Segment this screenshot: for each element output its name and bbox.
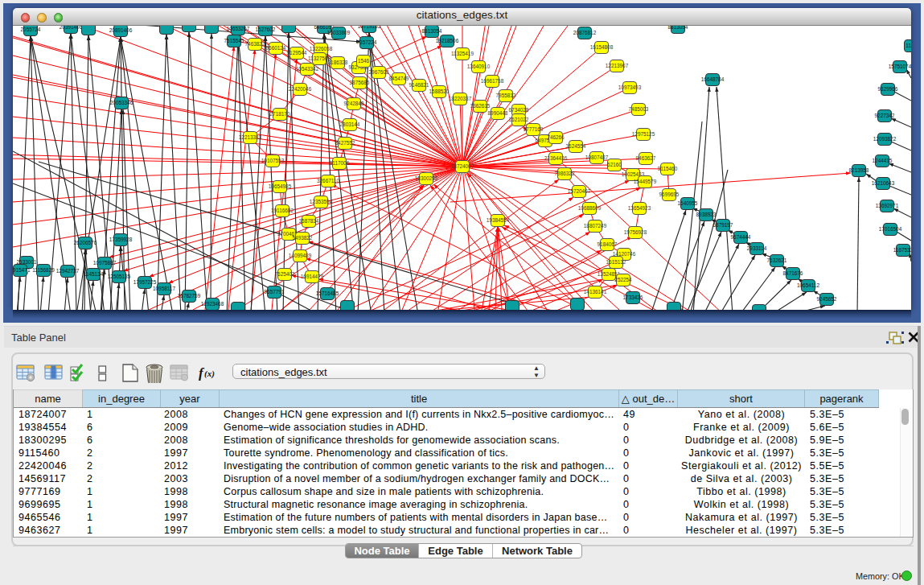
svg-text:8454749: 8454749 [389, 76, 409, 81]
svg-text:9146821: 9146821 [409, 82, 429, 88]
svg-text:7463822: 7463822 [245, 41, 265, 47]
svg-text:746266: 746266 [547, 134, 565, 140]
svg-text:19218506: 19218506 [436, 38, 459, 43]
svg-text:2055724: 2055724 [21, 27, 41, 32]
svg-text:7357224: 7357224 [357, 39, 377, 45]
svg-text:10719155: 10719155 [358, 26, 381, 29]
svg-text:9242848: 9242848 [344, 101, 364, 106]
svg-text:10653267: 10653267 [227, 26, 250, 31]
svg-text:9329966: 9329966 [878, 86, 898, 92]
svg-text:20391406: 20391406 [60, 26, 83, 30]
svg-text:1546: 1546 [358, 58, 370, 64]
svg-text:6734028: 6734028 [509, 107, 529, 113]
svg-text:9129544: 9129544 [287, 50, 307, 56]
svg-text:11325419: 11325419 [451, 51, 474, 56]
svg-text:16033809: 16033809 [327, 30, 351, 35]
svg-text:10807487: 10807487 [585, 154, 609, 160]
svg-text:12942737: 12942737 [56, 268, 80, 274]
svg-text:8213958: 8213958 [849, 167, 869, 173]
svg-text:7632621: 7632621 [767, 257, 787, 263]
svg-text:15716485: 15716485 [316, 290, 339, 296]
svg-text:13226058: 13226058 [310, 46, 333, 51]
svg-text:3875685: 3875685 [350, 80, 370, 85]
svg-text:16914479: 16914479 [301, 274, 324, 279]
svg-text:9117006: 9117006 [330, 160, 350, 166]
svg-text:8427552: 8427552 [335, 140, 355, 146]
svg-text:32667110: 32667110 [317, 178, 339, 183]
svg-text:1733426: 1733426 [623, 295, 643, 300]
svg-text:10543342: 10543342 [296, 66, 319, 72]
svg-text:1362615: 1362615 [470, 103, 491, 109]
svg-text:1621022: 1621022 [509, 117, 529, 122]
svg-text:5493822: 5493822 [293, 235, 313, 241]
svg-text:1527602: 1527602 [256, 27, 276, 32]
svg-text:12975125: 12975125 [632, 131, 655, 137]
svg-text:10973493: 10973493 [618, 84, 642, 90]
svg-text:16782759: 16782759 [178, 293, 201, 299]
svg-text:20891406: 20891406 [109, 27, 133, 33]
svg-text:8813054: 8813054 [422, 28, 442, 34]
svg-text:17957225: 17957225 [133, 279, 157, 285]
svg-text:3624554: 3624554 [566, 143, 586, 149]
svg-text:8813054: 8813054 [668, 26, 688, 30]
svg-text:13692971: 13692971 [876, 203, 899, 208]
svg-text:7485003: 7485003 [629, 106, 649, 112]
svg-text:9777169: 9777169 [524, 126, 544, 132]
svg-text:12093822: 12093822 [873, 136, 897, 142]
svg-text:13654923: 13654923 [628, 205, 651, 211]
svg-text:18220337: 18220337 [449, 96, 472, 101]
svg-text:18300295: 18300295 [415, 175, 438, 181]
svg-text:12213967: 12213967 [606, 63, 629, 68]
svg-text:15449579: 15449579 [634, 179, 657, 184]
svg-text:9227342: 9227342 [875, 113, 895, 118]
svg-text:12505135: 12505135 [108, 274, 131, 279]
svg-text:15751074: 15751074 [889, 64, 911, 69]
svg-text:1167533: 1167533 [893, 247, 911, 253]
svg-text:16961758: 16961758 [481, 78, 504, 84]
svg-text:7625402: 7625402 [275, 271, 295, 277]
svg-text:13640910: 13640910 [467, 64, 491, 69]
svg-text:1615132: 1615132 [606, 259, 626, 265]
svg-text:9674444: 9674444 [731, 234, 751, 240]
svg-text:9915471: 9915471 [13, 267, 31, 273]
svg-text:10688609: 10688609 [578, 205, 602, 211]
svg-text:62160: 62160 [607, 162, 622, 167]
svg-text:1640955: 1640955 [678, 200, 698, 206]
svg-text:12923468: 12923468 [201, 301, 224, 307]
svg-text:9657791: 9657791 [265, 289, 285, 295]
svg-text:20876812: 20876812 [573, 30, 597, 35]
svg-text:8938923: 8938923 [696, 212, 717, 217]
svg-text:8990448: 8990448 [488, 110, 508, 116]
svg-text:2803144: 2803144 [340, 122, 360, 127]
svg-text:17016504: 17016504 [879, 226, 902, 232]
svg-text:2718170: 2718170 [270, 111, 290, 117]
svg-text:10654112: 10654112 [797, 282, 819, 288]
svg-text:9184067: 9184067 [598, 241, 618, 247]
svg-text:10975887: 10975887 [93, 260, 117, 266]
svg-text:19116682: 19116682 [271, 208, 294, 213]
svg-text:1145134: 1145134 [84, 271, 104, 277]
svg-text:3587834: 3587834 [299, 218, 319, 224]
svg-text:9463627: 9463627 [636, 155, 656, 161]
svg-text:14136141: 14136141 [584, 289, 607, 295]
svg-text:16648784: 16648784 [701, 76, 725, 82]
svg-text:252254: 252254 [614, 277, 632, 282]
svg-text:7955812: 7955812 [496, 93, 516, 98]
svg-text:9699695: 9699695 [659, 192, 680, 197]
svg-text:22420046: 22420046 [289, 86, 312, 92]
svg-text:3186328: 3186328 [328, 60, 348, 65]
svg-text:9660124: 9660124 [266, 45, 286, 51]
svg-text:9245652: 9245652 [817, 296, 837, 302]
svg-text:(x): (x) [204, 369, 215, 379]
svg-text:11156829: 11156829 [32, 267, 55, 273]
svg-text:6879197: 6879197 [713, 222, 733, 228]
svg-text:14099489: 14099489 [289, 253, 312, 258]
svg-text:19756928: 19756928 [624, 229, 647, 235]
svg-text:1112: 1112 [906, 43, 911, 48]
svg-text:20053346: 20053346 [110, 100, 133, 105]
svg-text:10958117: 10958117 [153, 286, 175, 291]
svg-text:17359928: 17359928 [109, 237, 133, 242]
svg-text:1244415: 1244415 [873, 158, 893, 163]
svg-text:21364436: 21364436 [544, 155, 568, 161]
svg-text:18724007: 18724007 [451, 163, 474, 169]
